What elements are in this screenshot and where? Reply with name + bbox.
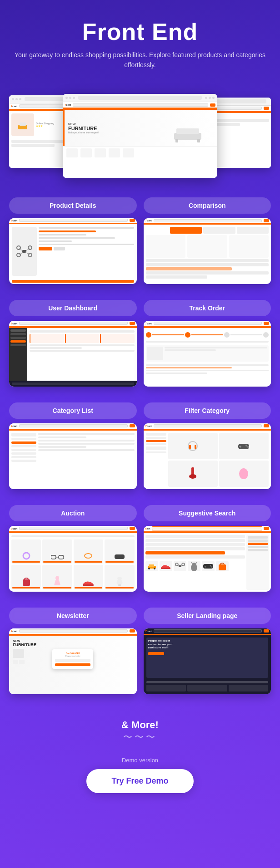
new-label: NEW <box>68 123 99 126</box>
mock-row <box>146 367 232 368</box>
search-result <box>145 547 245 550</box>
nav-logo: 7cart <box>11 219 17 222</box>
cat-item-active <box>11 441 36 444</box>
svg-point-19 <box>245 445 247 446</box>
filter-option <box>146 446 166 450</box>
nav-search <box>154 629 262 633</box>
hero-area: 7cart Online Shopping ⭐⭐⭐ <box>0 88 280 184</box>
bid-bar <box>12 587 40 588</box>
nav-logo: 7cart <box>11 527 17 530</box>
mock-row <box>146 275 207 279</box>
sidebar-item <box>10 333 26 335</box>
section-item-comparison: Comparison 7cart <box>144 197 271 284</box>
newsletter-content: NEW FURNITURE <box>9 636 137 694</box>
sidebar-item <box>10 329 26 332</box>
mini-product <box>80 148 92 157</box>
step-active <box>185 332 190 338</box>
mock-nav: cart <box>144 526 271 532</box>
auction-item <box>42 539 72 564</box>
browser-icons <box>205 97 215 99</box>
category-sidebar <box>11 433 36 487</box>
step-active <box>146 332 151 338</box>
comp-col <box>187 235 227 258</box>
page-title: Front End <box>9 18 271 45</box>
step-line <box>191 334 223 335</box>
try-free-demo-button[interactable]: Try Free Demo <box>86 769 193 793</box>
svg-marker-50 <box>195 562 197 564</box>
sidebar-item <box>10 344 26 346</box>
section-label-newsletter: Newsletter <box>9 608 137 624</box>
auction-item <box>11 539 41 564</box>
svg-rect-5 <box>197 139 200 142</box>
product-thumb <box>188 561 200 571</box>
mock-row <box>146 263 269 266</box>
filter-option <box>146 437 166 439</box>
stat-box <box>100 334 135 343</box>
furniture-img <box>172 119 204 146</box>
section-label-product-details: Product Details <box>9 197 137 214</box>
cat-item <box>11 438 36 440</box>
nav-logo: 7cart <box>11 105 17 108</box>
comp-col <box>229 235 269 258</box>
section-row-5: Newsletter 7cart <box>9 608 271 694</box>
nav-search <box>19 629 127 633</box>
svg-marker-49 <box>191 562 193 564</box>
screenshot-inner: 7cart <box>9 321 137 387</box>
categories-panel <box>246 535 269 590</box>
screenshot-user-dashboard: 7cart <box>9 321 137 387</box>
cat-item <box>248 546 268 548</box>
section-item-product-details: Product Details 7cart <box>9 197 137 284</box>
mini-product <box>66 148 78 157</box>
screenshot-inner: 7cart <box>144 423 271 489</box>
svg-point-48 <box>192 563 196 567</box>
section-item-user-dashboard: User Dashboard 7cart <box>9 300 137 387</box>
comparison-content <box>144 225 271 284</box>
mock-row <box>38 449 135 451</box>
dashboard-content <box>9 328 137 381</box>
new-label: NEW <box>13 639 133 642</box>
nav-btn <box>264 424 269 427</box>
bid-bar <box>75 561 102 563</box>
mock-line <box>39 237 115 239</box>
mock-row <box>165 347 268 348</box>
filter-product <box>219 461 269 487</box>
mock-row <box>146 271 269 275</box>
svg-rect-51 <box>203 564 213 569</box>
furniture-label: FURNITURE <box>68 126 99 131</box>
product-thumb <box>174 561 186 571</box>
svg-rect-56 <box>219 564 226 570</box>
screenshot-inner: 7cart <box>9 423 137 489</box>
bid-bar <box>43 587 71 588</box>
auction-item <box>105 539 134 564</box>
screenshot-suggestive-search: cart <box>144 526 271 592</box>
stats-row <box>30 334 135 343</box>
browser-dot <box>15 98 18 100</box>
product-thumb-row <box>145 561 245 571</box>
icon <box>212 97 215 99</box>
bottom-bar <box>9 279 137 284</box>
section-item-auction: Auction 7cart <box>9 505 137 592</box>
action-btns <box>39 247 134 250</box>
search-result <box>145 539 245 542</box>
product-thumb <box>216 561 229 571</box>
svg-point-33 <box>55 576 59 580</box>
comp-col <box>146 235 186 258</box>
screenshot-track-order: 7cart <box>144 321 271 387</box>
auction-item <box>105 565 134 589</box>
page-subtitle: Your gateway to endless shopping possibi… <box>9 50 271 70</box>
screenshot-inner: 7cart <box>9 526 137 592</box>
nav-btn <box>130 629 135 633</box>
section-item-newsletter: Newsletter 7cart <box>9 608 137 694</box>
feature-item <box>146 685 186 691</box>
comp-product1 <box>170 227 202 234</box>
svg-rect-34 <box>83 584 94 586</box>
mock-row <box>146 370 269 371</box>
seller-content: People are superexcited to see yourcool … <box>144 635 271 694</box>
section-item-category-list: Category List 7cart <box>9 402 137 489</box>
svg-point-30 <box>85 554 92 558</box>
auction-grid-2 <box>11 565 135 589</box>
furniture-heading: NEW FURNITURE Make your home look elegan… <box>68 123 99 134</box>
screenshot-auction: 7cart <box>9 526 137 592</box>
mock-line-orange <box>39 230 96 232</box>
seller-hero: People are superexcited to see yourcool … <box>146 638 269 678</box>
